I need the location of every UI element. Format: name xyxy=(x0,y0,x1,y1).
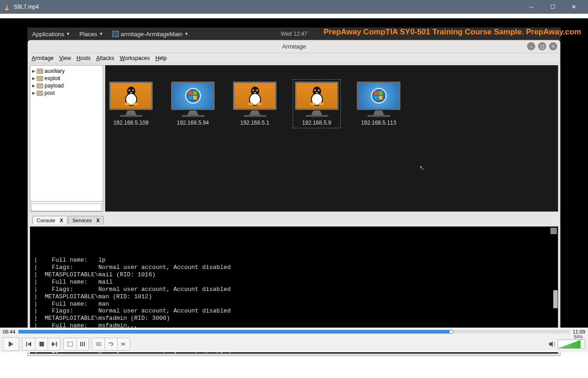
svg-point-32 xyxy=(315,90,316,91)
play-button[interactable] xyxy=(3,337,19,351)
folder-icon xyxy=(37,76,43,81)
volume-slider[interactable]: 84% xyxy=(558,340,585,349)
vlc-cone-icon xyxy=(4,4,10,10)
svg-rect-15 xyxy=(189,96,192,99)
menu-workspaces[interactable]: Workspaces xyxy=(120,55,150,61)
windows-icon xyxy=(171,82,215,110)
svg-rect-1 xyxy=(5,9,9,10)
tab-close-icon[interactable]: X xyxy=(60,218,63,223)
tree-item-auxiliary[interactable]: ▶auxiliary xyxy=(32,67,101,75)
svg-point-33 xyxy=(318,90,319,91)
time-total: 11:09 xyxy=(572,329,585,334)
tab-services[interactable]: ServicesX xyxy=(68,216,104,225)
folder-icon xyxy=(37,83,43,88)
console-tabs: ConsoleX ServicesX xyxy=(30,214,558,225)
next-button[interactable] xyxy=(48,338,61,351)
tree-item-exploit[interactable]: ▶exploit xyxy=(32,75,101,82)
svg-rect-50 xyxy=(82,342,83,346)
places-menu[interactable]: Places▼ xyxy=(79,31,103,38)
armitage-maximize-icon[interactable]: ◻ xyxy=(538,42,546,50)
host-node[interactable]: 192.168.5.113 xyxy=(357,82,400,126)
folder-icon xyxy=(37,91,43,96)
host-node[interactable]: 192.168.5.9 xyxy=(295,82,338,126)
svg-point-25 xyxy=(248,103,254,105)
module-search-input[interactable] xyxy=(31,203,102,211)
svg-point-7 xyxy=(129,90,130,91)
host-node[interactable]: 192.168.5.94 xyxy=(171,82,215,126)
svg-rect-39 xyxy=(379,91,383,95)
scroll-up-icon[interactable] xyxy=(550,228,557,234)
mouse-cursor-icon: ↖ xyxy=(419,164,425,171)
menu-view[interactable]: View xyxy=(59,55,71,61)
svg-point-26 xyxy=(256,103,262,105)
menu-attacks[interactable]: Attacks xyxy=(96,55,114,61)
armitage-window: Armitage – ◻ × Armitage View Hosts Attac… xyxy=(28,40,560,356)
svg-rect-13 xyxy=(189,91,192,95)
svg-point-10 xyxy=(124,103,130,105)
armitage-close-icon[interactable]: × xyxy=(549,42,557,50)
svg-point-36 xyxy=(318,103,324,105)
minimize-button[interactable]: ─ xyxy=(521,0,542,14)
svg-point-35 xyxy=(310,103,316,105)
host-ip-label: 192.168.5.113 xyxy=(361,120,396,126)
svg-rect-38 xyxy=(374,91,378,95)
tux-icon xyxy=(233,82,277,110)
svg-rect-48 xyxy=(67,342,73,346)
svg-point-11 xyxy=(133,103,138,105)
tab-console[interactable]: ConsoleX xyxy=(33,216,67,225)
host-ip-label: 192.168.5.9 xyxy=(302,120,331,126)
loop-button[interactable] xyxy=(105,338,117,351)
close-button[interactable]: ✕ xyxy=(563,0,584,14)
scrollbar-handle[interactable] xyxy=(553,290,558,308)
prev-button[interactable] xyxy=(22,338,35,351)
armitage-minimize-icon[interactable]: – xyxy=(527,42,535,50)
clock: Wed 12:47 xyxy=(281,31,307,37)
target-graph[interactable]: 192.168.5.109192.168.5.94192.168.5.1192.… xyxy=(105,65,558,212)
vlc-title: S9L7.mp4 xyxy=(14,4,39,10)
svg-marker-42 xyxy=(9,341,13,347)
svg-rect-16 xyxy=(193,96,197,99)
svg-rect-43 xyxy=(26,342,27,346)
svg-point-22 xyxy=(253,90,254,91)
svg-rect-47 xyxy=(56,342,57,346)
seek-bar[interactable] xyxy=(18,330,570,334)
svg-point-23 xyxy=(256,90,257,91)
menu-hosts[interactable]: Hosts xyxy=(77,55,91,61)
host-node[interactable]: 192.168.5.109 xyxy=(109,82,153,126)
watermark-text: PrepAway CompTIA SY0-501 Training Course… xyxy=(324,27,582,37)
applications-menu[interactable]: Applications▼ xyxy=(32,31,70,38)
vlc-titlebar: S9L7.mp4 ─ ☐ ✕ xyxy=(0,0,588,14)
module-tree[interactable]: ▶auxiliary ▶exploit ▶payload ▶post xyxy=(30,65,103,212)
svg-marker-46 xyxy=(52,342,55,346)
maximize-button[interactable]: ☐ xyxy=(542,0,563,14)
fullscreen-button[interactable] xyxy=(63,338,76,351)
tux-icon xyxy=(109,82,153,110)
tab-close-icon[interactable]: X xyxy=(96,218,100,223)
svg-rect-40 xyxy=(374,96,378,99)
svg-rect-45 xyxy=(39,342,44,346)
host-ip-label: 192.168.5.94 xyxy=(177,120,209,126)
tree-item-post[interactable]: ▶post xyxy=(32,89,101,97)
shuffle-button[interactable] xyxy=(117,338,130,351)
seek-knob[interactable] xyxy=(449,329,454,334)
speaker-icon[interactable] xyxy=(549,341,556,347)
time-elapsed: 08:44 xyxy=(3,329,16,334)
host-ip-label: 192.168.5.109 xyxy=(113,120,149,126)
svg-rect-41 xyxy=(379,96,383,99)
armitage-menubar: Armitage View Hosts Attacks Workspaces H… xyxy=(28,53,560,63)
armitage-titlebar[interactable]: Armitage – ◻ × xyxy=(28,40,560,53)
playlist-button[interactable] xyxy=(92,338,105,351)
host-node[interactable]: 192.168.5.1 xyxy=(233,82,277,126)
ext-settings-button[interactable] xyxy=(76,338,89,351)
tree-item-payload[interactable]: ▶payload xyxy=(32,82,101,89)
svg-marker-44 xyxy=(28,342,31,346)
window-switcher[interactable]: armitage-ArmitageMain▼ xyxy=(112,31,189,38)
svg-rect-51 xyxy=(84,342,85,346)
tux-icon xyxy=(295,82,338,110)
svg-point-8 xyxy=(133,90,133,91)
menu-help[interactable]: Help xyxy=(155,55,167,61)
menu-armitage[interactable]: Armitage xyxy=(32,55,54,61)
vlc-controls-panel: 08:44 11:09 xyxy=(0,328,588,352)
stop-button[interactable] xyxy=(35,338,48,351)
svg-rect-49 xyxy=(80,342,81,346)
